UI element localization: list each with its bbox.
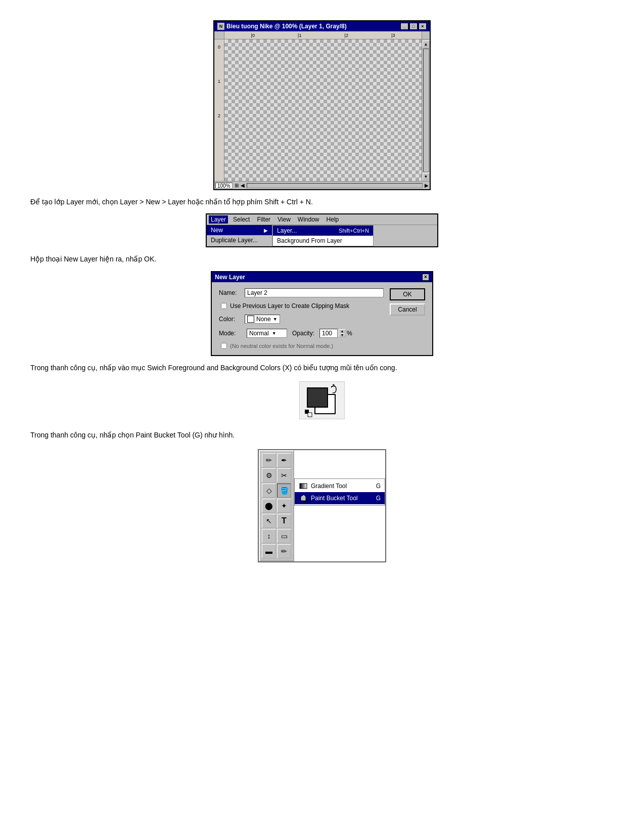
ruler-mark-1: |1 — [298, 33, 301, 38]
dialog-mode-select[interactable]: Normal ▼ — [247, 329, 287, 338]
dialog-mode-opacity-row: Mode: Normal ▼ Opacity: ▲ ▼ % — [219, 329, 384, 338]
toolbox-submenu: Gradient Tool G Paint Bucket Tool G — [294, 478, 385, 506]
ps-minimize-btn[interactable]: _ — [400, 23, 408, 30]
tool-bucket[interactable]: 🪣 — [277, 484, 291, 498]
ps-ruler-v: 0 1 2 — [214, 39, 224, 181]
menu-right-background[interactable]: Background From Layer — [273, 236, 373, 246]
ps-statusbar: 100% ⊞ ◀ ▶ — [214, 181, 430, 189]
dialog-main: Name: Use Previous Layer to Create Clipp… — [219, 288, 384, 349]
ps-status-icon2: ◀ — [241, 183, 245, 188]
dialog-title: New Layer — [215, 274, 245, 281]
tools-row-2: ⚙ ✂ — [262, 468, 291, 482]
tool-pencil[interactable]: ✏ — [262, 453, 276, 467]
menu-item-new[interactable]: New ▶ — [207, 225, 272, 235]
submenu-gradient[interactable]: Gradient Tool G — [295, 480, 385, 492]
tool-pen[interactable]: ↕ — [262, 529, 276, 543]
ruler-mark-3: |3 — [391, 33, 395, 38]
dialog-note-checkbox[interactable] — [221, 343, 227, 349]
ps-canvas — [224, 39, 422, 181]
ruler-mark-0: |0 — [251, 33, 255, 38]
tool-dodge[interactable]: ⬤ — [262, 499, 276, 513]
dialog-close-btn[interactable]: × — [422, 274, 429, 281]
dialog-clipping-checkbox[interactable] — [221, 303, 227, 309]
tool-eraser[interactable]: ◇ — [262, 484, 276, 498]
menu-right-layer[interactable]: Layer... Shift+Ctrl+N — [273, 226, 373, 236]
dialog-color-value: None — [256, 316, 271, 323]
dialog-cancel-btn[interactable]: Cancel — [390, 303, 425, 316]
tool-pencil2[interactable]: ✒ — [277, 453, 291, 467]
ps-scroll-down-btn[interactable]: ▼ — [423, 173, 430, 180]
menu-left-col: New ▶ Duplicate Layer... — [207, 225, 272, 246]
toolbox-outer: ✏ ✒ ⚙ ✂ ◇ 🪣 ⬤ ✦ ↖ T — [258, 449, 386, 562]
toolbox-section: ✏ ✒ ⚙ ✂ ◇ 🪣 ⬤ ✦ ↖ T — [30, 449, 614, 562]
ps-close-btn[interactable]: × — [419, 23, 427, 30]
tools-row-5: ↖ T — [262, 514, 291, 528]
dialog-opacity-label: Opacity: — [292, 330, 314, 337]
menu-bar-window[interactable]: Window — [296, 215, 321, 224]
ps-ruler-row: |0 |1 |2 |3 — [214, 31, 430, 39]
dialog-color-row: Color: None ▼ — [219, 315, 384, 324]
ruler-mark-2: |2 — [345, 33, 348, 38]
dialog-ok-btn[interactable]: OK — [390, 288, 425, 300]
dialog-note-row: (No neutral color exists for Normal mode… — [219, 343, 384, 349]
ps-scrollbar-right-top — [422, 31, 430, 39]
dialog-opacity-wrapper: ▲ ▼ % — [319, 329, 352, 338]
tool-blur[interactable]: ✦ — [277, 499, 291, 513]
dialog-opacity-up[interactable]: ▲ — [339, 329, 346, 333]
tool-measure[interactable]: ✏ — [277, 544, 291, 558]
menu-bar: Layer Select Filter View Window Help — [207, 214, 437, 225]
instruction-text-4: Trong thanh công cụ, nhấp chọn Paint Buc… — [30, 429, 614, 441]
menu-dropdown: New ▶ Duplicate Layer... Layer... Shift+… — [207, 225, 437, 246]
svg-rect-1 — [307, 388, 328, 407]
tools-row-1: ✏ ✒ — [262, 453, 291, 467]
tools-row-4: ⬤ ✦ — [262, 499, 291, 513]
menu-bar-layer[interactable]: Layer — [209, 215, 228, 224]
ps-window-title: Bieu tuong Nike @ 100% (Layer 1, Gray/8) — [226, 23, 347, 30]
fg-bg-section: ↗ — [30, 381, 614, 421]
tools-row-3: ◇ 🪣 — [262, 484, 291, 498]
gradient-tool-icon — [299, 481, 308, 491]
ps-maximize-btn[interactable]: □ — [409, 23, 418, 30]
dialog-opacity-down[interactable]: ▼ — [339, 333, 346, 337]
ps-scroll-track-v — [423, 49, 429, 172]
dialog-mode-arrow: ▼ — [272, 331, 277, 336]
submenu-paintbucket[interactable]: Paint Bucket Tool G — [295, 492, 385, 504]
ps-canvas-row: 0 1 2 ▲ ▼ — [214, 39, 430, 181]
menu-bar-select[interactable]: Select — [231, 215, 252, 224]
tool-heal[interactable]: ✂ — [277, 468, 291, 482]
tools-row-7: ▬ ✏ — [262, 544, 291, 558]
svg-rect-4 — [308, 413, 312, 417]
instruction-text-2: Hộp thoại New Layer hiện ra, nhấp OK. — [30, 253, 614, 265]
tool-rect[interactable]: ▭ — [277, 529, 291, 543]
tool-stamp[interactable]: ⚙ — [262, 468, 276, 482]
tool-cursor[interactable]: ↖ — [262, 514, 276, 528]
svg-rect-5 — [300, 484, 307, 489]
dialog-titlebar: New Layer × — [212, 272, 432, 282]
menu-layer-submenu-label: Layer... — [277, 227, 297, 234]
menu-bar-view[interactable]: View — [275, 215, 293, 224]
dialog-opacity-input[interactable] — [319, 329, 338, 338]
ps-scroll-right-btn[interactable]: ▶ — [425, 183, 429, 188]
menu-bar-filter[interactable]: Filter — [255, 215, 272, 224]
menu-new-label: New — [211, 227, 223, 234]
ruler-v-1: 1 — [218, 79, 220, 84]
menu-item-duplicate[interactable]: Duplicate Layer... — [207, 235, 272, 245]
dialog-color-select[interactable]: None ▼ — [245, 315, 280, 324]
dialog-body: Name: Use Previous Layer to Create Clipp… — [212, 282, 432, 355]
dialog-color-swatch — [247, 316, 254, 323]
ps-titlebar: N Bieu tuong Nike @ 100% (Layer 1, Gray/… — [214, 21, 430, 31]
menu-arrow: ▶ — [264, 228, 268, 233]
svg-text:↗: ↗ — [330, 382, 335, 389]
tool-text[interactable]: T — [277, 514, 291, 528]
dialog-name-label: Name: — [219, 289, 242, 296]
ruler-v-2: 2 — [218, 113, 220, 118]
menu-bar-help[interactable]: Help — [325, 215, 341, 224]
ps-zoom-display: 100% — [215, 183, 233, 189]
ruler-v-0: 0 — [218, 45, 220, 50]
toolbox-panel: ✏ ✒ ⚙ ✂ ◇ 🪣 ⬤ ✦ ↖ T — [259, 450, 294, 561]
menu-layer-shortcut: Shift+Ctrl+N — [339, 228, 369, 234]
dialog-mode-value: Normal — [249, 330, 269, 337]
dialog-name-input[interactable] — [245, 288, 384, 297]
tool-3d[interactable]: ▬ — [262, 544, 276, 558]
ps-scroll-up-btn[interactable]: ▲ — [423, 40, 430, 48]
